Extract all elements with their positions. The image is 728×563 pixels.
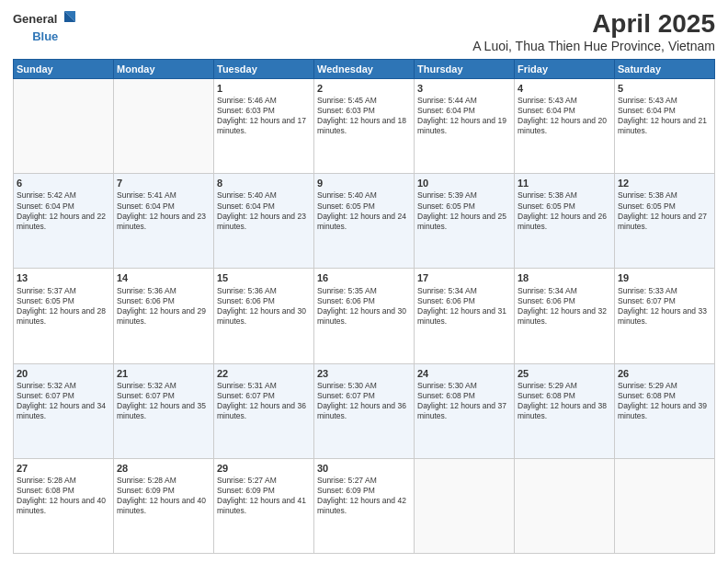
table-row: 7Sunrise: 5:41 AMSunset: 6:04 PMDaylight… [114, 174, 214, 269]
table-row [114, 79, 214, 174]
table-row: 2Sunrise: 5:45 AMSunset: 6:03 PMDaylight… [314, 79, 415, 174]
table-row: 13Sunrise: 5:37 AMSunset: 6:05 PMDayligh… [14, 269, 114, 363]
table-row: 20Sunrise: 5:32 AMSunset: 6:07 PMDayligh… [14, 363, 114, 458]
table-row: 10Sunrise: 5:39 AMSunset: 6:05 PMDayligh… [415, 174, 515, 269]
table-row: 8Sunrise: 5:40 AMSunset: 6:04 PMDaylight… [214, 174, 314, 269]
calendar-week-row: 6Sunrise: 5:42 AMSunset: 6:04 PMDaylight… [14, 174, 715, 269]
calendar-week-row: 13Sunrise: 5:37 AMSunset: 6:05 PMDayligh… [14, 269, 715, 363]
table-row: 30Sunrise: 5:27 AMSunset: 6:09 PMDayligh… [314, 458, 415, 553]
table-row: 16Sunrise: 5:35 AMSunset: 6:06 PMDayligh… [314, 269, 415, 363]
table-row [615, 458, 715, 553]
table-row: 25Sunrise: 5:29 AMSunset: 6:08 PMDayligh… [515, 363, 615, 458]
title-block: April 2025 A Luoi, Thua Thien Hue Provin… [472, 9, 715, 53]
col-tuesday: Tuesday [214, 60, 314, 79]
col-monday: Monday [114, 60, 214, 79]
table-row: 14Sunrise: 5:36 AMSunset: 6:06 PMDayligh… [114, 269, 214, 363]
logo-icon [57, 9, 77, 29]
table-row: 27Sunrise: 5:28 AMSunset: 6:08 PMDayligh… [14, 458, 114, 553]
table-row: 19Sunrise: 5:33 AMSunset: 6:07 PMDayligh… [615, 269, 715, 363]
table-row: 12Sunrise: 5:38 AMSunset: 6:05 PMDayligh… [615, 174, 715, 269]
table-row: 11Sunrise: 5:38 AMSunset: 6:05 PMDayligh… [515, 174, 615, 269]
table-row: 28Sunrise: 5:28 AMSunset: 6:09 PMDayligh… [114, 458, 214, 553]
col-friday: Friday [515, 60, 615, 79]
col-thursday: Thursday [415, 60, 515, 79]
table-row: 6Sunrise: 5:42 AMSunset: 6:04 PMDaylight… [14, 174, 114, 269]
calendar-week-row: 1Sunrise: 5:46 AMSunset: 6:03 PMDaylight… [14, 79, 715, 174]
table-row: 9Sunrise: 5:40 AMSunset: 6:05 PMDaylight… [314, 174, 415, 269]
page-subtitle: A Luoi, Thua Thien Hue Province, Vietnam [472, 39, 715, 53]
logo-blue: Blue [32, 29, 58, 44]
calendar-header-row: Sunday Monday Tuesday Wednesday Thursday… [14, 60, 715, 79]
calendar-week-row: 20Sunrise: 5:32 AMSunset: 6:07 PMDayligh… [14, 363, 715, 458]
table-row: 22Sunrise: 5:31 AMSunset: 6:07 PMDayligh… [214, 363, 314, 458]
table-row: 24Sunrise: 5:30 AMSunset: 6:08 PMDayligh… [415, 363, 515, 458]
logo-text: General [13, 12, 57, 27]
table-row: 5Sunrise: 5:43 AMSunset: 6:04 PMDaylight… [615, 79, 715, 174]
table-row: 1Sunrise: 5:46 AMSunset: 6:03 PMDaylight… [214, 79, 314, 174]
page-title: April 2025 [472, 9, 715, 39]
col-sunday: Sunday [14, 60, 114, 79]
col-saturday: Saturday [615, 60, 715, 79]
col-wednesday: Wednesday [314, 60, 415, 79]
table-row [515, 458, 615, 553]
table-row: 26Sunrise: 5:29 AMSunset: 6:08 PMDayligh… [615, 363, 715, 458]
table-row [14, 79, 114, 174]
table-row: 15Sunrise: 5:36 AMSunset: 6:06 PMDayligh… [214, 269, 314, 363]
table-row: 21Sunrise: 5:32 AMSunset: 6:07 PMDayligh… [114, 363, 214, 458]
page: General Blue April 2025 A Luoi, Thua Thi… [0, 0, 728, 563]
table-row: 4Sunrise: 5:43 AMSunset: 6:04 PMDaylight… [515, 79, 615, 174]
logo: General Blue [13, 9, 77, 44]
table-row: 18Sunrise: 5:34 AMSunset: 6:06 PMDayligh… [515, 269, 615, 363]
table-row: 3Sunrise: 5:44 AMSunset: 6:04 PMDaylight… [415, 79, 515, 174]
table-row: 23Sunrise: 5:30 AMSunset: 6:07 PMDayligh… [314, 363, 415, 458]
table-row: 29Sunrise: 5:27 AMSunset: 6:09 PMDayligh… [214, 458, 314, 553]
calendar-week-row: 27Sunrise: 5:28 AMSunset: 6:08 PMDayligh… [14, 458, 715, 553]
header: General Blue April 2025 A Luoi, Thua Thi… [13, 9, 715, 53]
table-row [415, 458, 515, 553]
table-row: 17Sunrise: 5:34 AMSunset: 6:06 PMDayligh… [415, 269, 515, 363]
calendar-table: Sunday Monday Tuesday Wednesday Thursday… [13, 59, 715, 554]
